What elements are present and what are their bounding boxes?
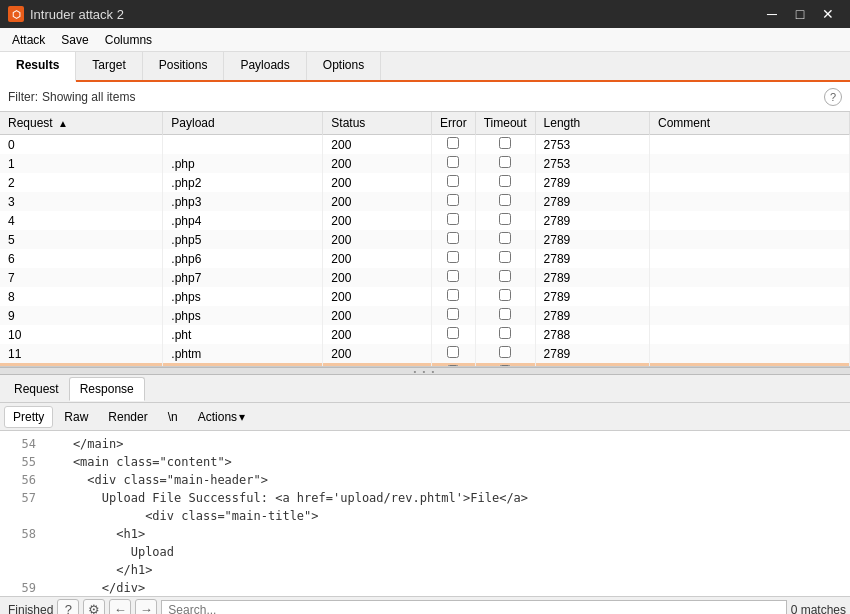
cell-error[interactable] bbox=[432, 344, 476, 363]
cell-timeout[interactable] bbox=[475, 230, 535, 249]
cell-timeout[interactable] bbox=[475, 344, 535, 363]
tab-options[interactable]: Options bbox=[307, 52, 381, 80]
code-line: 59 </div> bbox=[8, 579, 842, 596]
line-number: 57 bbox=[8, 489, 36, 507]
table-row[interactable]: 7 .php7 200 2789 bbox=[0, 268, 850, 287]
code-line: <div class="main-title"> bbox=[8, 507, 842, 525]
filter-label: Filter: bbox=[8, 90, 38, 104]
tab-results[interactable]: Results bbox=[0, 52, 76, 82]
cell-id: 8 bbox=[0, 287, 163, 306]
cell-timeout[interactable] bbox=[475, 173, 535, 192]
cell-timeout[interactable] bbox=[475, 192, 535, 211]
line-content: <div class="main-header"> bbox=[44, 471, 268, 489]
matches-label: 0 matches bbox=[791, 603, 846, 615]
line-number: 55 bbox=[8, 453, 36, 471]
cell-error[interactable] bbox=[432, 135, 476, 155]
sub-tab-bar: Request Response bbox=[0, 375, 850, 403]
col-request[interactable]: Request ▲ bbox=[0, 112, 163, 135]
cell-error[interactable] bbox=[432, 325, 476, 344]
code-line: 57 Upload File Successful: <a href='uplo… bbox=[8, 489, 842, 507]
cell-error[interactable] bbox=[432, 211, 476, 230]
filter-input[interactable] bbox=[42, 90, 824, 104]
cell-payload: .php4 bbox=[163, 211, 323, 230]
cell-timeout[interactable] bbox=[475, 268, 535, 287]
tab-target[interactable]: Target bbox=[76, 52, 142, 80]
menu-save[interactable]: Save bbox=[53, 31, 96, 49]
cell-timeout[interactable] bbox=[475, 306, 535, 325]
table-row[interactable]: 6 .php6 200 2789 bbox=[0, 249, 850, 268]
cell-payload: .php2 bbox=[163, 173, 323, 192]
cell-length: 2789 bbox=[535, 306, 649, 325]
cell-error[interactable] bbox=[432, 230, 476, 249]
cell-timeout[interactable] bbox=[475, 325, 535, 344]
col-status[interactable]: Status bbox=[323, 112, 432, 135]
cell-length: 2789 bbox=[535, 230, 649, 249]
table-row[interactable]: 3 .php3 200 2789 bbox=[0, 192, 850, 211]
cell-timeout[interactable] bbox=[475, 135, 535, 155]
cell-id: 6 bbox=[0, 249, 163, 268]
cell-comment bbox=[650, 325, 850, 344]
cell-error[interactable] bbox=[432, 268, 476, 287]
resp-btn-newline[interactable]: \n bbox=[159, 406, 187, 428]
col-timeout[interactable]: Timeout bbox=[475, 112, 535, 135]
cell-status: 200 bbox=[323, 230, 432, 249]
main-tab-bar: Results Target Positions Payloads Option… bbox=[0, 52, 850, 82]
line-number: 59 bbox=[8, 579, 36, 596]
cell-error[interactable] bbox=[432, 154, 476, 173]
close-button[interactable]: ✕ bbox=[814, 0, 842, 28]
cell-timeout[interactable] bbox=[475, 287, 535, 306]
response-tab-bar: Pretty Raw Render \n Actions ▾ bbox=[0, 403, 850, 431]
cell-comment bbox=[650, 173, 850, 192]
table-row[interactable]: 10 .pht 200 2788 bbox=[0, 325, 850, 344]
resize-divider[interactable]: • • • bbox=[0, 367, 850, 375]
cell-error[interactable] bbox=[432, 306, 476, 325]
help-icon-button[interactable]: ? bbox=[57, 599, 79, 615]
cell-status: 200 bbox=[323, 135, 432, 155]
tab-payloads[interactable]: Payloads bbox=[224, 52, 306, 80]
sub-tab-response[interactable]: Response bbox=[69, 377, 145, 401]
tab-positions[interactable]: Positions bbox=[143, 52, 225, 80]
status-text: Finished bbox=[4, 603, 53, 615]
resp-btn-render[interactable]: Render bbox=[99, 406, 156, 428]
col-length[interactable]: Length bbox=[535, 112, 649, 135]
menu-columns[interactable]: Columns bbox=[97, 31, 160, 49]
cell-length: 2789 bbox=[535, 287, 649, 306]
resp-btn-pretty[interactable]: Pretty bbox=[4, 406, 53, 428]
table-row[interactable]: 8 .phps 200 2789 bbox=[0, 287, 850, 306]
cell-timeout[interactable] bbox=[475, 211, 535, 230]
col-error[interactable]: Error bbox=[432, 112, 476, 135]
filter-help-button[interactable]: ? bbox=[824, 88, 842, 106]
table-row[interactable]: 11 .phtm 200 2789 bbox=[0, 344, 850, 363]
actions-arrow-icon: ▾ bbox=[239, 410, 245, 424]
cell-timeout[interactable] bbox=[475, 249, 535, 268]
cell-comment bbox=[650, 154, 850, 173]
menu-attack[interactable]: Attack bbox=[4, 31, 53, 49]
resp-btn-actions[interactable]: Actions ▾ bbox=[189, 406, 254, 428]
cell-timeout[interactable] bbox=[475, 154, 535, 173]
minimize-button[interactable]: ─ bbox=[758, 0, 786, 28]
table-row[interactable]: 2 .php2 200 2789 bbox=[0, 173, 850, 192]
col-payload[interactable]: Payload bbox=[163, 112, 323, 135]
resp-btn-raw[interactable]: Raw bbox=[55, 406, 97, 428]
code-line: </h1> bbox=[8, 561, 842, 579]
table-row[interactable]: 9 .phps 200 2789 bbox=[0, 306, 850, 325]
cell-error[interactable] bbox=[432, 173, 476, 192]
maximize-button[interactable]: □ bbox=[786, 0, 814, 28]
table-row[interactable]: 1 .php 200 2753 bbox=[0, 154, 850, 173]
search-input[interactable] bbox=[161, 600, 786, 615]
table-row[interactable]: 4 .php4 200 2789 bbox=[0, 211, 850, 230]
code-line: Upload bbox=[8, 543, 842, 561]
sub-tab-request[interactable]: Request bbox=[4, 378, 69, 400]
settings-icon-button[interactable]: ⚙ bbox=[83, 599, 105, 615]
cell-error[interactable] bbox=[432, 287, 476, 306]
cell-length: 2789 bbox=[535, 192, 649, 211]
cell-error[interactable] bbox=[432, 249, 476, 268]
code-line: 55 <main class="content"> bbox=[8, 453, 842, 471]
col-comment[interactable]: Comment bbox=[650, 112, 850, 135]
table-row[interactable]: 5 .php5 200 2789 bbox=[0, 230, 850, 249]
cell-status: 200 bbox=[323, 249, 432, 268]
back-icon-button[interactable]: ← bbox=[109, 599, 131, 615]
cell-error[interactable] bbox=[432, 192, 476, 211]
forward-icon-button[interactable]: → bbox=[135, 599, 157, 615]
table-row[interactable]: 0 200 2753 bbox=[0, 135, 850, 155]
